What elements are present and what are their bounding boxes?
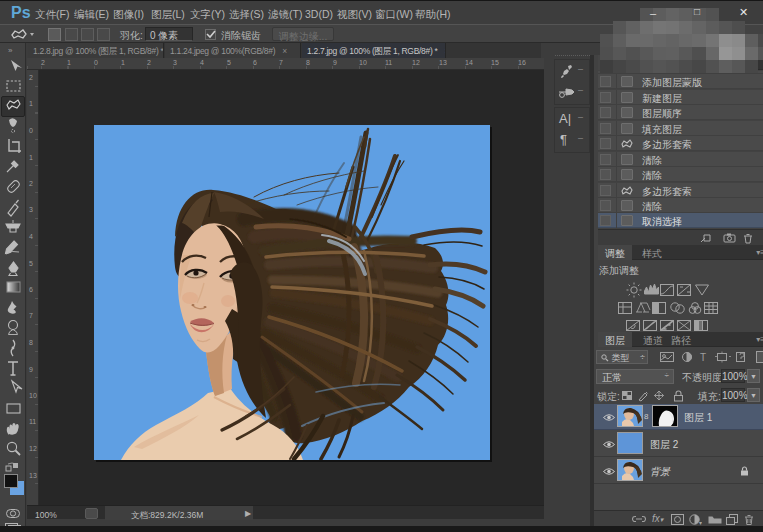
svg-text:▾: ▾ (699, 520, 702, 525)
svg-text:T: T (700, 352, 706, 363)
